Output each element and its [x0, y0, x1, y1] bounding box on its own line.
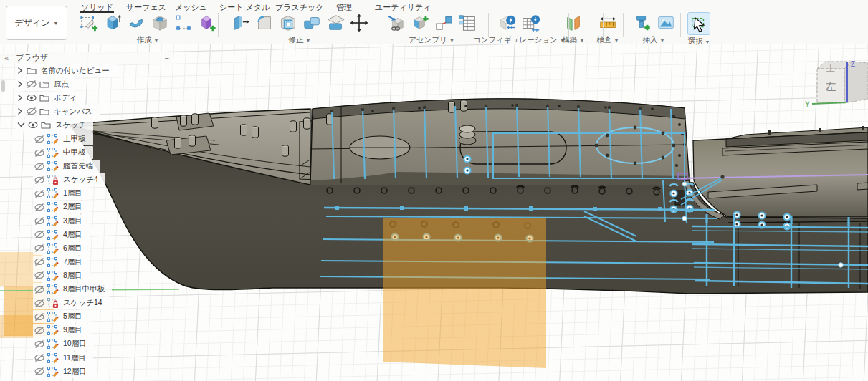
browser-item-sketch[interactable]: 中甲板: [0, 146, 172, 160]
browser-item-sketch[interactable]: 8層目中甲板: [0, 283, 172, 296]
chevron-right-icon[interactable]: [17, 80, 24, 88]
browser-item-sketch[interactable]: 12層目: [0, 365, 172, 378]
move-copy-button[interactable]: [348, 12, 370, 34]
assemble-dropdown[interactable]: アセンブリ▼: [381, 35, 482, 45]
insert-fastener-button[interactable]: [631, 12, 653, 34]
configure-icon: [497, 13, 518, 33]
select-window-button[interactable]: [687, 12, 710, 35]
create-form-button[interactable]: [196, 12, 218, 34]
create-dropdown[interactable]: 作成▼: [76, 35, 219, 45]
browser-item-named-views[interactable]: 名前の付いたビュー: [0, 64, 172, 77]
eye-off-icon[interactable]: [34, 217, 44, 225]
browser-item-sketch[interactable]: 艦首先端: [0, 160, 172, 173]
tab-plastic[interactable]: プラスチック: [275, 2, 324, 13]
browser-item-sketch[interactable]: 2層目: [0, 201, 172, 214]
browser-item-sketch[interactable]: 10層目: [0, 337, 172, 351]
eye-off-icon[interactable]: [27, 107, 37, 115]
browser-item-bodies[interactable]: ボディ: [0, 91, 172, 105]
eye-off-icon[interactable]: [34, 340, 44, 348]
browser-item-sketch[interactable]: 7層目: [0, 255, 172, 269]
edit-form-button[interactable]: [173, 12, 194, 34]
tab-surface[interactable]: サーフェス: [126, 2, 166, 13]
configure-button[interactable]: [497, 12, 518, 34]
joint-button[interactable]: [433, 12, 454, 34]
eye-off-icon[interactable]: [34, 313, 44, 321]
chevron-down-icon[interactable]: [17, 121, 25, 129]
eye-off-icon[interactable]: [34, 286, 44, 294]
modify-dropdown[interactable]: 修正▼: [224, 35, 376, 45]
browser-item-sketch[interactable]: 1層目: [0, 187, 172, 201]
hole-button[interactable]: [149, 12, 171, 34]
tab-utilities[interactable]: ユーティリティ: [375, 2, 431, 13]
browser-item-sketch[interactable]: 3層目: [0, 214, 172, 228]
eye-off-icon[interactable]: [34, 327, 44, 334]
revolve-button[interactable]: [125, 12, 147, 34]
browser-item-sketch[interactable]: 5層目: [0, 310, 172, 324]
group-select: 選択▼: [682, 12, 715, 47]
configuration-table-button[interactable]: [520, 12, 542, 34]
construct-dropdown[interactable]: 構築▼: [555, 35, 592, 45]
browser-item-sketch[interactable]: 6層目: [0, 241, 172, 255]
eye-off-icon[interactable]: [34, 299, 44, 307]
eye-off-icon[interactable]: [34, 135, 44, 143]
viewcube-face-label[interactable]: 左: [826, 80, 836, 92]
chevron-down-icon: ▼: [449, 38, 454, 43]
browser-scroll-indicator[interactable]: [1, 80, 5, 92]
toolbar-separator: [603, 13, 604, 37]
shell-button[interactable]: [277, 12, 299, 34]
browser-item-sketch[interactable]: 8層目: [0, 269, 172, 282]
chevron-right-icon[interactable]: [17, 107, 24, 115]
toolbar-separator: [680, 13, 681, 37]
browser-item-sketch[interactable]: 11層目: [0, 351, 172, 365]
eye-on-icon[interactable]: [28, 121, 38, 129]
eye-off-icon[interactable]: [34, 367, 44, 375]
canvas-plane-large[interactable]: [383, 218, 546, 368]
browser-item-sketch-locked[interactable]: スケッチ14: [0, 296, 172, 310]
extrude-button[interactable]: [102, 12, 123, 34]
eye-off-icon[interactable]: [34, 258, 44, 266]
eye-off-icon[interactable]: [34, 354, 44, 362]
eye-on-icon[interactable]: [27, 94, 37, 102]
eye-off-icon[interactable]: [34, 203, 44, 211]
minimize-panel-icon[interactable]: −: [165, 54, 169, 62]
viewcube[interactable]: 上 左 Z Y: [803, 59, 868, 117]
chevron-right-icon[interactable]: [17, 94, 24, 102]
eye-off-icon[interactable]: [34, 244, 44, 252]
fillet-button[interactable]: [254, 12, 275, 34]
insert-dropdown[interactable]: 挿入▼: [626, 35, 681, 45]
browser-item-canvases[interactable]: キャンバス: [0, 105, 172, 118]
new-component-button[interactable]: [409, 12, 431, 34]
press-pull-button[interactable]: [230, 12, 252, 34]
eye-off-icon[interactable]: [34, 231, 44, 238]
browser-item-sketch-locked[interactable]: スケッチ4: [0, 173, 172, 187]
eye-off-icon[interactable]: [34, 176, 44, 184]
inspect-dropdown[interactable]: 検査▼: [589, 35, 626, 45]
browser-item-sketch[interactable]: 上甲板: [0, 132, 172, 145]
insert-derive-button[interactable]: [386, 12, 407, 34]
design-workspace-button[interactable]: デザイン ▼: [6, 6, 67, 40]
browser-item-sketch[interactable]: 9層目: [0, 324, 172, 337]
browser-item-origin[interactable]: 原点: [0, 77, 172, 91]
measure-button[interactable]: [597, 12, 619, 34]
chevron-right-icon[interactable]: [17, 67, 24, 74]
sketch-icon: [47, 229, 59, 241]
eye-off-icon[interactable]: [27, 80, 37, 88]
select-dropdown[interactable]: 選択▼: [682, 37, 715, 47]
insert-fastener-icon: [632, 13, 652, 33]
create-sketch-button[interactable]: [78, 12, 100, 34]
tab-mesh[interactable]: メッシュ: [175, 2, 207, 13]
eye-off-icon[interactable]: [34, 190, 44, 198]
tab-sheet-metal[interactable]: シート メタル: [219, 2, 270, 13]
insert-canvas-button[interactable]: [655, 12, 677, 34]
collapse-panel-icon[interactable]: «: [4, 54, 9, 62]
configuration-dropdown[interactable]: コンフィギュレーション▼: [472, 35, 566, 45]
browser-item-sketch[interactable]: 4層目: [0, 228, 172, 241]
construction-plane-button[interactable]: [563, 12, 584, 34]
eye-off-icon[interactable]: [34, 271, 44, 279]
tab-manage[interactable]: 管理: [336, 2, 352, 13]
split-body-button[interactable]: [325, 12, 346, 34]
eye-off-icon[interactable]: [34, 149, 44, 157]
browser-item-sketches[interactable]: スケッチ: [0, 118, 172, 132]
eye-off-icon[interactable]: [34, 163, 44, 170]
combine-button[interactable]: [301, 12, 323, 34]
